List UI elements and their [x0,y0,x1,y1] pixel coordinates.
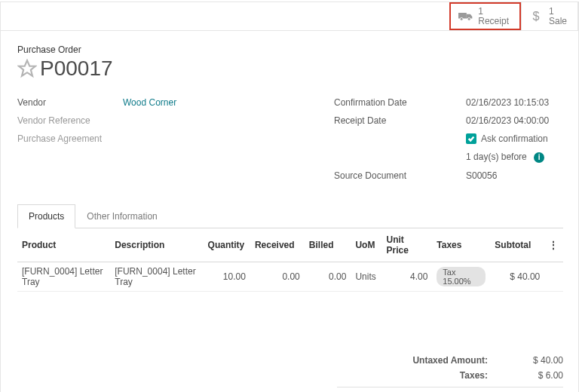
ask-confirmation-label: Ask confirmation [481,133,548,144]
col-product: Product [17,228,110,262]
cell-quantity: 10.00 [204,262,250,291]
cell-product: [FURN_0004] Letter Tray [17,262,110,291]
receipt-stat-button[interactable]: 1 Receipt [449,2,521,30]
vendor-link[interactable]: Wood Corner [123,97,176,108]
svg-point-1 [461,17,464,20]
cell-received: 0.00 [250,262,305,291]
receipt-label: Receipt [478,17,509,26]
favorite-star-button[interactable] [17,59,37,78]
stat-bar: 1 Receipt $ 1 Sale [1,2,578,31]
source-document-label: Source Document [334,170,466,181]
col-description: Description [110,228,203,262]
cell-billed: 0.00 [305,262,351,291]
dollar-icon: $ [529,11,544,23]
order-lines-table: Product Description Quantity Received Bi… [17,228,563,292]
sale-stat-button[interactable]: $ 1 Sale [521,2,578,30]
tab-other-information[interactable]: Other Information [75,204,168,228]
taxes-total-label: Taxes: [352,370,503,381]
untaxed-amount-label: Untaxed Amount: [352,355,503,366]
untaxed-amount-value: $ 40.00 [503,355,563,366]
sale-label: Sale [549,17,567,26]
page-subtitle: Purchase Order [17,44,563,55]
confirmation-date-value: 02/16/2023 10:15:03 [466,97,549,108]
svg-point-2 [468,17,471,20]
totals: Untaxed Amount: $ 40.00 Taxes: $ 6.00 To… [17,355,563,393]
col-unit-price: Unit Price [382,228,433,262]
confirmation-date-label: Confirmation Date [334,97,466,108]
tabs: Products Other Information [17,204,563,228]
sale-stat-text: 1 Sale [549,7,567,26]
ask-confirmation-checkbox[interactable] [466,133,476,144]
taxes-total-value: $ 6.00 [503,370,563,381]
tax-badge: Tax 15.00% [437,267,486,286]
tab-products[interactable]: Products [17,204,75,228]
svg-marker-4 [19,60,35,76]
col-uom: UoM [351,228,381,262]
svg-text:$: $ [533,10,540,23]
col-subtotal: Subtotal [490,228,544,262]
sale-count: 1 [549,7,567,17]
po-number: P00017 [40,57,113,81]
purchase-agreement-label: Purchase Agreement [17,133,123,144]
col-received: Received [250,228,305,262]
cell-unit-price: 4.00 [382,262,433,291]
truck-icon [458,11,473,23]
receipt-count: 1 [478,7,509,17]
cell-description: [FURN_0004] Letter Tray [110,262,203,291]
source-document-value: S00056 [466,170,497,181]
days-before-text: day(s) before [473,152,527,162]
receipt-date-label: Receipt Date [334,115,466,126]
receipt-date-value: 02/16/2023 04:00:00 [466,115,549,126]
vendor-reference-label: Vendor Reference [17,115,123,126]
cell-subtotal: $ 40.00 [490,262,544,291]
table-row[interactable]: [FURN_0004] Letter Tray [FURN_0004] Lett… [17,262,563,291]
col-billed: Billed [305,228,351,262]
days-before-count: 1 [466,152,471,162]
cell-uom: Units [351,262,381,291]
vendor-label: Vendor [17,97,123,108]
col-options-button[interactable]: ⋮ [544,228,563,262]
receipt-stat-text: 1 Receipt [478,7,509,26]
col-quantity: Quantity [204,228,250,262]
po-title-row: P00017 [17,57,563,81]
info-icon[interactable]: i [534,152,544,163]
col-taxes: Taxes [432,228,490,262]
